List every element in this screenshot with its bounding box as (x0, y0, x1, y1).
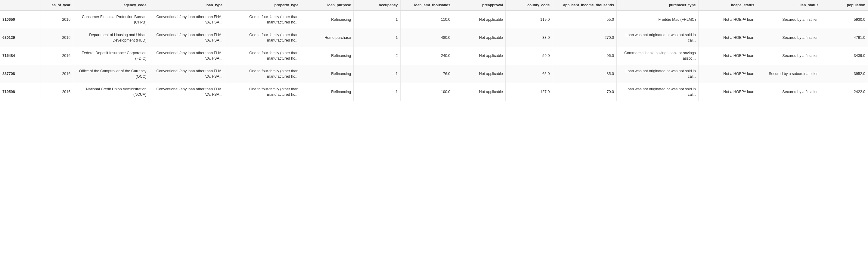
column-header-lien_status: lien_status (757, 0, 821, 10)
cell-lien_status: Secured by a first lien (757, 29, 821, 47)
cell-id: 719598 (0, 83, 41, 101)
cell-preapproval: Not applicable (453, 65, 506, 83)
cell-property_type: One to four-family (other than manufactu… (225, 47, 301, 65)
cell-lien_status: Secured by a first lien (757, 83, 821, 101)
cell-preapproval: Not applicable (453, 83, 506, 101)
cell-loan_amt_thousands: 100.0 (400, 83, 453, 101)
column-header-property_type: property_type (225, 0, 301, 10)
table-row[interactable]: 7195982016National Credit Union Administ… (0, 83, 868, 101)
cell-county_code: 33.0 (506, 29, 552, 47)
cell-id: 715484 (0, 47, 41, 65)
cell-agency_code: National Credit Union Administration (NC… (73, 83, 149, 101)
cell-preapproval: Not applicable (453, 10, 506, 29)
table-row[interactable]: 3106502016Consumer Financial Protection … (0, 10, 868, 29)
cell-lien_status: Secured by a first lien (757, 10, 821, 29)
cell-occupancy: 1 (354, 65, 400, 83)
cell-preapproval: Not applicable (453, 29, 506, 47)
cell-property_type: One to four-family (other than manufactu… (225, 83, 301, 101)
cell-hoepa_status: Not a HOEPA loan (698, 29, 757, 47)
cell-occupancy: 1 (354, 29, 400, 47)
column-header-hoepa_status: hoepa_status (698, 0, 757, 10)
cell-as_of_year: 2016 (41, 10, 73, 29)
column-header-preapproval: preapproval (453, 0, 506, 10)
cell-loan_purpose: Refinancing (301, 65, 354, 83)
cell-as_of_year: 2016 (41, 65, 73, 83)
cell-id: 310650 (0, 10, 41, 29)
column-header-as_of_year: as_of_year (41, 0, 73, 10)
cell-hoepa_status: Not a HOEPA loan (698, 47, 757, 65)
cell-loan_type: Conventional (any loan other than FHA, V… (149, 83, 225, 101)
cell-population: 3439.0 (821, 47, 868, 65)
column-header-applicant_income_thousands: applicant_income_thousands (552, 0, 617, 10)
cell-purchaser_type: Loan was not originated or was not sold … (616, 65, 698, 83)
cell-property_type: One to four-family (other than manufactu… (225, 65, 301, 83)
table-body: 3106502016Consumer Financial Protection … (0, 10, 868, 101)
cell-county_code: 127.0 (506, 83, 552, 101)
cell-purchaser_type: Freddie Mac (FHLMC) (616, 10, 698, 29)
column-header-county_code: county_code (506, 0, 552, 10)
cell-property_type: One to four-family (other than manufactu… (225, 29, 301, 47)
cell-loan_purpose: Home purchase (301, 29, 354, 47)
cell-preapproval: Not applicable (453, 47, 506, 65)
data-table: as_of_yearagency_codeloan_typeproperty_t… (0, 0, 868, 101)
column-header-purchaser_type: purchaser_type (616, 0, 698, 10)
column-header-loan_purpose: loan_purpose (301, 0, 354, 10)
column-header-loan_type: loan_type (149, 0, 225, 10)
cell-county_code: 59.0 (506, 47, 552, 65)
cell-lien_status: Secured by a subordinate lien (757, 65, 821, 83)
cell-as_of_year: 2016 (41, 29, 73, 47)
cell-purchaser_type: Loan was not originated or was not sold … (616, 29, 698, 47)
cell-loan_type: Conventional (any loan other than FHA, V… (149, 47, 225, 65)
cell-county_code: 119.0 (506, 10, 552, 29)
column-header-population: population (821, 0, 868, 10)
cell-applicant_income_thousands: 85.0 (552, 65, 617, 83)
cell-loan_purpose: Refinancing (301, 10, 354, 29)
cell-as_of_year: 2016 (41, 47, 73, 65)
cell-loan_type: Conventional (any loan other than FHA, V… (149, 65, 225, 83)
table-row[interactable]: 6301292016Department of Housing and Urba… (0, 29, 868, 47)
cell-loan_amt_thousands: 110.0 (400, 10, 453, 29)
column-header-agency_code: agency_code (73, 0, 149, 10)
cell-hoepa_status: Not a HOEPA loan (698, 65, 757, 83)
data-table-container: as_of_yearagency_codeloan_typeproperty_t… (0, 0, 868, 101)
cell-agency_code: Office of the Comptroller of the Currenc… (73, 65, 149, 83)
cell-applicant_income_thousands: 270.0 (552, 29, 617, 47)
cell-hoepa_status: Not a HOEPA loan (698, 83, 757, 101)
cell-agency_code: Department of Housing and Urban Developm… (73, 29, 149, 47)
cell-loan_amt_thousands: 76.0 (400, 65, 453, 83)
column-header-occupancy: occupancy (354, 0, 400, 10)
cell-occupancy: 1 (354, 83, 400, 101)
cell-loan_purpose: Refinancing (301, 47, 354, 65)
table-header-row: as_of_yearagency_codeloan_typeproperty_t… (0, 0, 868, 10)
cell-loan_type: Conventional (any loan other than FHA, V… (149, 10, 225, 29)
cell-id: 630129 (0, 29, 41, 47)
cell-as_of_year: 2016 (41, 83, 73, 101)
cell-loan_purpose: Refinancing (301, 83, 354, 101)
cell-hoepa_status: Not a HOEPA loan (698, 10, 757, 29)
cell-population: 2422.0 (821, 83, 868, 101)
column-header-id (0, 0, 41, 10)
cell-population: 3952.0 (821, 65, 868, 83)
cell-occupancy: 1 (354, 10, 400, 29)
cell-id: 887708 (0, 65, 41, 83)
cell-occupancy: 2 (354, 47, 400, 65)
cell-agency_code: Federal Deposit Insurance Corporation (F… (73, 47, 149, 65)
cell-applicant_income_thousands: 55.0 (552, 10, 617, 29)
cell-loan_amt_thousands: 480.0 (400, 29, 453, 47)
table-row[interactable]: 8877082016Office of the Comptroller of t… (0, 65, 868, 83)
cell-county_code: 65.0 (506, 65, 552, 83)
cell-agency_code: Consumer Financial Protection Bureau (CF… (73, 10, 149, 29)
cell-loan_type: Conventional (any loan other than FHA, V… (149, 29, 225, 47)
cell-lien_status: Secured by a first lien (757, 47, 821, 65)
cell-property_type: One to four-family (other than manufactu… (225, 10, 301, 29)
cell-purchaser_type: Loan was not originated or was not sold … (616, 83, 698, 101)
cell-purchaser_type: Commercial bank, savings bank or savings… (616, 47, 698, 65)
cell-population: 5930.0 (821, 10, 868, 29)
cell-population: 4791.0 (821, 29, 868, 47)
cell-loan_amt_thousands: 240.0 (400, 47, 453, 65)
cell-applicant_income_thousands: 70.0 (552, 83, 617, 101)
cell-applicant_income_thousands: 96.0 (552, 47, 617, 65)
table-row[interactable]: 7154842016Federal Deposit Insurance Corp… (0, 47, 868, 65)
column-header-loan_amt_thousands: loan_amt_thousands (400, 0, 453, 10)
